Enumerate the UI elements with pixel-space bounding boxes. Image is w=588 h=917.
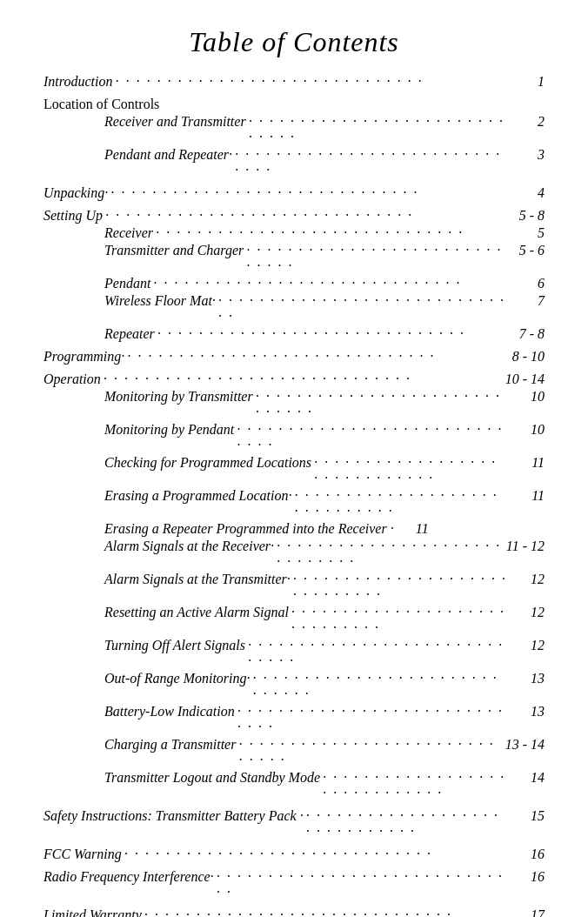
toc-page-receiver: 5 [510, 225, 545, 241]
toc-entry-monitoring-by-pendant: Monitoring by Pendant · · · · · · · · · … [43, 422, 545, 453]
toc-label-location-of-controls: Location of Controls [43, 97, 159, 111]
toc-dots-unpacking: · · · · · · · · · · · · · · · · · · · · … [110, 185, 507, 201]
toc-entry-setting-up: Setting Up · · · · · · · · · · · · · · ·… [43, 208, 545, 224]
toc-label-pendant: Pendant [104, 276, 150, 291]
toc-label-erasing-repeater: Erasing a Repeater Programmed into the R… [104, 521, 394, 537]
toc-entry-repeater: Repeater · · · · · · · · · · · · · · · ·… [43, 326, 545, 342]
toc-entry-unpacking: Unpacking· · · · · · · · · · · · · · · ·… [43, 185, 545, 201]
toc-dots-fcc-warning: · · · · · · · · · · · · · · · · · · · · … [124, 847, 507, 862]
toc-label-unpacking: Unpacking· [43, 185, 108, 201]
toc-entry-introduction: Introduction · · · · · · · · · · · · · ·… [43, 74, 545, 90]
toc-entry-checking-for-programmed: Checking for Programmed Locations · · · … [43, 455, 545, 486]
toc-dots-setting-up: · · · · · · · · · · · · · · · · · · · · … [105, 208, 507, 224]
toc-label-erasing-programmed-location: Erasing a Programmed Location· [104, 488, 291, 504]
toc-label-repeater: Repeater [104, 326, 155, 342]
toc-label-checking-for-programmed: Checking for Programmed Locations [104, 455, 311, 471]
toc-page-out-of-range: 13 [510, 671, 545, 686]
toc-label-wireless-floor-mat: Wireless Floor Mat· [104, 293, 216, 309]
toc-dots-out-of-range: · · · · · · · · · · · · · · · · · · · · … [253, 671, 507, 702]
toc-entry-safety-instructions: Safety Instructions: Transmitter Battery… [43, 808, 545, 840]
toc-label-setting-up: Setting Up [43, 208, 103, 224]
toc-label-turning-off-alert: Turning Off Alert Signals [104, 638, 245, 653]
toc-entry-resetting-active-alarm: Resetting an Active Alarm Signal · · · ·… [43, 605, 545, 636]
toc-dots-checking-for-programmed: · · · · · · · · · · · · · · · · · · · · … [314, 455, 507, 486]
toc-page-unpacking: 4 [510, 185, 545, 201]
toc-page-monitoring-by-pendant: 10 [510, 422, 545, 438]
toc-label-pendant-and-repeater: Pendant and Repeater· [104, 147, 232, 163]
toc-label-alarm-signals-transmitter: Alarm Signals at the Transmitter· [104, 572, 291, 587]
toc-dots-turning-off-alert: · · · · · · · · · · · · · · · · · · · · … [248, 638, 507, 669]
toc-entry-programming: Programming· · · · · · · · · · · · · · ·… [43, 349, 545, 365]
toc-container: Introduction · · · · · · · · · · · · · ·… [43, 74, 545, 917]
toc-entry-wireless-floor-mat: Wireless Floor Mat· · · · · · · · · · · … [43, 293, 545, 325]
toc-entry-limited-warranty: Limited Warranty · · · · · · · · · · · ·… [43, 907, 545, 917]
toc-entry-transmitter-logout: Transmitter Logout and Standby Mode · · … [43, 770, 545, 801]
toc-page-pendant-and-repeater: 3 [510, 147, 545, 163]
toc-dots-pendant-and-repeater: · · · · · · · · · · · · · · · · · · · · … [235, 147, 507, 178]
toc-label-programming: Programming· [43, 349, 124, 365]
toc-entry-transmitter-and-charger: Transmitter and Charger · · · · · · · · … [43, 243, 545, 274]
toc-entry-fcc-warning: FCC Warning · · · · · · · · · · · · · · … [43, 847, 545, 862]
toc-entry-monitoring-by-transmitter: Monitoring by Transmitter · · · · · · · … [43, 389, 545, 420]
toc-page-erasing-repeater: 11 [394, 521, 429, 537]
toc-entry-out-of-range: Out-of Range Monitoring· · · · · · · · ·… [43, 671, 545, 702]
toc-label-safety-instructions: Safety Instructions: Transmitter Battery… [43, 808, 304, 824]
toc-label-alarm-signals-receiver: Alarm Signals at the Receiver· [104, 539, 274, 554]
toc-page-receiver-and-transmitter: 2 [510, 114, 545, 130]
toc-label-limited-warranty: Limited Warranty [43, 907, 142, 917]
toc-label-radio-frequency: Radio Frequency Interference· [43, 869, 214, 885]
toc-dots-alarm-signals-transmitter: · · · · · · · · · · · · · · · · · · · · … [293, 572, 507, 603]
toc-label-battery-low: Battery-Low Indication [104, 704, 235, 720]
toc-page-repeater: 7 - 8 [510, 326, 545, 342]
toc-dots-radio-frequency: · · · · · · · · · · · · · · · · · · · · … [217, 869, 507, 900]
toc-page-wireless-floor-mat: 7 [510, 293, 545, 309]
toc-page-fcc-warning: 16 [510, 847, 545, 862]
toc-entry-receiver-and-transmitter: Receiver and Transmitter · · · · · · · ·… [43, 114, 545, 145]
toc-label-monitoring-by-transmitter: Monitoring by Transmitter [104, 389, 253, 405]
toc-label-transmitter-logout: Transmitter Logout and Standby Mode [104, 770, 320, 786]
page-title: Table of Contents [43, 26, 545, 58]
toc-label-fcc-warning: FCC Warning [43, 847, 122, 862]
toc-entry-alarm-signals-transmitter: Alarm Signals at the Transmitter· · · · … [43, 572, 545, 603]
toc-dots-monitoring-by-transmitter: · · · · · · · · · · · · · · · · · · · · … [256, 389, 507, 420]
toc-entry-alarm-signals-receiver: Alarm Signals at the Receiver· · · · · ·… [43, 539, 545, 570]
toc-entry-erasing-programmed-location: Erasing a Programmed Location· · · · · ·… [43, 488, 545, 519]
toc-page-resetting-active-alarm: 12 [510, 605, 545, 620]
toc-entry-erasing-repeater: Erasing a Repeater Programmed into the R… [43, 521, 545, 537]
toc-dots-alarm-signals-receiver: · · · · · · · · · · · · · · · · · · · · … [277, 539, 504, 570]
toc-dots-erasing-programmed-location: · · · · · · · · · · · · · · · · · · · · … [294, 488, 507, 519]
toc-page-transmitter-logout: 14 [510, 770, 545, 786]
toc-label-receiver-and-transmitter: Receiver and Transmitter [104, 114, 246, 130]
toc-label-out-of-range: Out-of Range Monitoring· [104, 671, 251, 686]
toc-dots-limited-warranty: · · · · · · · · · · · · · · · · · · · · … [144, 907, 507, 917]
toc-dots-safety-instructions: · · · · · · · · · · · · · · · · · · · · … [306, 808, 507, 840]
toc-entry-pendant-and-repeater: Pendant and Repeater· · · · · · · · · · … [43, 147, 545, 178]
toc-label-resetting-active-alarm: Resetting an Active Alarm Signal [104, 605, 289, 620]
toc-page-operation: 10 - 14 [505, 371, 545, 387]
toc-dots-transmitter-logout: · · · · · · · · · · · · · · · · · · · · … [323, 770, 507, 801]
toc-entry-receiver: Receiver · · · · · · · · · · · · · · · ·… [43, 225, 545, 241]
toc-dots-resetting-active-alarm: · · · · · · · · · · · · · · · · · · · · … [291, 605, 507, 636]
toc-dots-receiver-and-transmitter: · · · · · · · · · · · · · · · · · · · · … [249, 114, 507, 145]
toc-page-limited-warranty: 17 [510, 907, 545, 917]
toc-dots-introduction: · · · · · · · · · · · · · · · · · · · · … [115, 74, 507, 90]
toc-page-radio-frequency: 16 [510, 869, 545, 885]
toc-entry-radio-frequency: Radio Frequency Interference· · · · · · … [43, 869, 545, 900]
toc-entry-operation: Operation · · · · · · · · · · · · · · · … [43, 371, 545, 387]
toc-page-monitoring-by-transmitter: 10 [510, 389, 545, 405]
toc-dots-transmitter-and-charger: · · · · · · · · · · · · · · · · · · · · … [246, 243, 507, 274]
toc-page-introduction: 1 [510, 74, 545, 90]
toc-entry-turning-off-alert: Turning Off Alert Signals · · · · · · · … [43, 638, 545, 669]
toc-label-operation: Operation [43, 371, 101, 387]
toc-page-pendant: 6 [510, 276, 545, 291]
toc-entry-location-of-controls: Location of Controls [43, 97, 545, 112]
toc-entry-battery-low: Battery-Low Indication · · · · · · · · ·… [43, 704, 545, 735]
toc-page-checking-for-programmed: 11 [510, 455, 545, 471]
toc-label-transmitter-and-charger: Transmitter and Charger [104, 243, 244, 258]
toc-dots-monitoring-by-pendant: · · · · · · · · · · · · · · · · · · · · … [237, 422, 507, 453]
toc-page-battery-low: 13 [510, 704, 545, 720]
toc-page-charging-transmitter: 13 - 14 [505, 737, 545, 753]
toc-page-erasing-programmed-location: 11 [510, 488, 545, 504]
toc-entry-pendant: Pendant · · · · · · · · · · · · · · · · … [43, 276, 545, 291]
toc-page-programming: 8 - 10 [510, 349, 545, 365]
